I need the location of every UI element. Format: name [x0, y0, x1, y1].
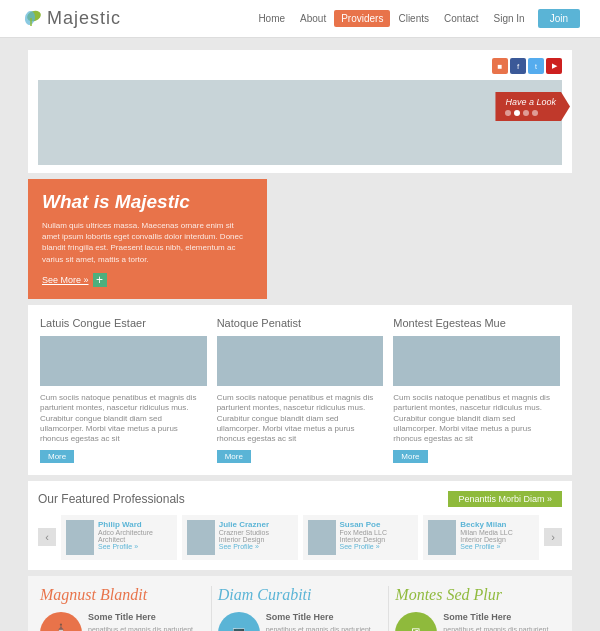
prof-2-link[interactable]: See Profile » [219, 543, 269, 550]
deco-col-1-circle: ⛪ [40, 612, 82, 631]
card-2-image [217, 336, 384, 386]
youtube-icon[interactable]: ▶ [546, 58, 562, 74]
deco-col-1-title: Magnust Blandit [40, 586, 205, 604]
deco-section: Magnust Blandit ⛪ Some Title Here penati… [28, 576, 572, 631]
card-1-text: Cum sociis natoque penatibus et magnis d… [40, 393, 207, 445]
featured-tag[interactable]: Penanttis Morbi Diam » [448, 491, 562, 507]
nav-clients[interactable]: Clients [391, 10, 436, 27]
header: Majestic Home About Providers Clients Co… [0, 0, 600, 38]
nav-signin[interactable]: Sign In [487, 10, 532, 27]
card-3: Montest Egesteas Mue Cum sociis natoque … [393, 317, 560, 463]
prof-2-company: Crazner Studios [219, 529, 269, 536]
nav-providers[interactable]: Providers [334, 10, 390, 27]
see-more-link[interactable]: See More » [42, 275, 89, 285]
prof-4-link[interactable]: See Profile » [460, 543, 513, 550]
logo-area: Majestic [20, 8, 251, 30]
prof-card-2: Julie Crazner Crazner Studios Interior D… [182, 515, 298, 560]
card-2: Natoque Penatist Cum sociis natoque pena… [217, 317, 384, 463]
card-3-more[interactable]: More [393, 450, 427, 463]
social-icons-row: ■ f t ▶ [38, 58, 562, 74]
prof-1-role: Architect [98, 536, 153, 543]
card-1-title: Latuis Congue Estaer [40, 317, 207, 329]
card-1-image [40, 336, 207, 386]
prof-4-company: Milan Media LLC [460, 529, 513, 536]
prof-cards: Philip Ward Adco Architecture Architect … [61, 515, 539, 560]
featured-header: Our Featured Professionals Penanttis Mor… [38, 491, 562, 507]
rss-icon[interactable]: ■ [492, 58, 508, 74]
prof-3-link[interactable]: See Profile » [340, 543, 387, 550]
prof-1-name[interactable]: Philip Ward [98, 520, 153, 529]
card-3-text: Cum sociis natoque penatibus et magnis d… [393, 393, 560, 445]
prof-1-company: Adco Architecture [98, 529, 153, 536]
facebook-icon[interactable]: f [510, 58, 526, 74]
prof-3-avatar [308, 520, 336, 555]
prev-arrow[interactable]: ‹ [38, 528, 56, 546]
professionals-row: ‹ Philip Ward Adco Architecture Architec… [38, 515, 562, 560]
what-body: Nullam quis ultrices massa. Maecenas orn… [42, 220, 253, 265]
what-box: What is Majestic Nullam quis ultrices ma… [28, 179, 267, 299]
what-section: What is Majestic Nullam quis ultrices ma… [28, 179, 572, 299]
card-2-more[interactable]: More [217, 450, 251, 463]
prof-card-3: Susan Poe Fox Media LLC Interior Design … [303, 515, 419, 560]
deco-col-3-body: penatibus et magnis dis parturient monte… [443, 625, 560, 631]
deco-col-2-body: penatibus et magnis dis parturient monte… [266, 625, 383, 631]
plus-button[interactable]: + [93, 273, 107, 287]
card-1: Latuis Congue Estaer Cum sociis natoque … [40, 317, 207, 463]
deco-col-2-circle: 💻 [218, 612, 260, 631]
prof-card-1: Philip Ward Adco Architecture Architect … [61, 515, 177, 560]
prof-3-role: Interior Design [340, 536, 387, 543]
deco-col-3-subtitle: Some Title Here [443, 612, 560, 622]
prof-4-avatar [428, 520, 456, 555]
deco-col-3-title: Montes Sed Plur [395, 586, 560, 604]
cards-section: Latuis Congue Estaer Cum sociis natoque … [28, 305, 572, 475]
deco-col-1-subtitle: Some Title Here [88, 612, 205, 622]
prof-card-4: Becky Milan Milan Media LLC Interior Des… [423, 515, 539, 560]
prof-2-name[interactable]: Julie Crazner [219, 520, 269, 529]
deco-col-2-subtitle: Some Title Here [266, 612, 383, 622]
hero-section: ■ f t ▶ Have a Look [28, 50, 572, 173]
card-3-title: Montest Egesteas Mue [393, 317, 560, 329]
featured-title: Our Featured Professionals [38, 492, 185, 506]
card-3-image [393, 336, 560, 386]
what-title: What is Majestic [42, 191, 253, 213]
cards-row: Latuis Congue Estaer Cum sociis natoque … [40, 317, 560, 463]
featured-section: Our Featured Professionals Penanttis Mor… [28, 481, 572, 570]
prof-4-role: Interior Design [460, 536, 513, 543]
card-1-more[interactable]: More [40, 450, 74, 463]
main-nav: Home About Providers Clients Contact Sig… [251, 9, 580, 28]
prof-3-name[interactable]: Susan Poe [340, 520, 387, 529]
card-2-text: Cum sociis natoque penatibus et magnis d… [217, 393, 384, 445]
nav-home[interactable]: Home [251, 10, 292, 27]
prof-2-avatar [187, 520, 215, 555]
hero-banner: Have a Look [38, 80, 562, 165]
next-arrow[interactable]: › [544, 528, 562, 546]
deco-col-1: Magnust Blandit ⛪ Some Title Here penati… [34, 586, 211, 631]
prof-1-link[interactable]: See Profile » [98, 543, 153, 550]
prof-3-company: Fox Media LLC [340, 529, 387, 536]
twitter-icon[interactable]: t [528, 58, 544, 74]
nav-about[interactable]: About [293, 10, 333, 27]
deco-col-1-body: penatibus et magnis dis parturient monte… [88, 625, 205, 631]
deco-col-2: Diam Curabiti 💻 Some Title Here penatibu… [211, 586, 389, 631]
have-a-look-badge[interactable]: Have a Look [495, 92, 570, 121]
join-button[interactable]: Join [538, 9, 580, 28]
have-a-look-text: Have a Look [505, 97, 556, 107]
logo-text: Majestic [47, 8, 121, 29]
prof-4-name[interactable]: Becky Milan [460, 520, 513, 529]
prof-1-avatar [66, 520, 94, 555]
main-content: ■ f t ▶ Have a Look What is Majestic Nul… [0, 38, 600, 631]
logo-leaf-icon [20, 8, 42, 30]
deco-col-3: Montes Sed Plur 🖥 Some Title Here penati… [388, 586, 566, 631]
prof-2-role: Interior Design [219, 536, 269, 543]
card-2-title: Natoque Penatist [217, 317, 384, 329]
nav-contact[interactable]: Contact [437, 10, 485, 27]
deco-col-3-circle: 🖥 [395, 612, 437, 631]
deco-col-2-title: Diam Curabiti [218, 586, 383, 604]
